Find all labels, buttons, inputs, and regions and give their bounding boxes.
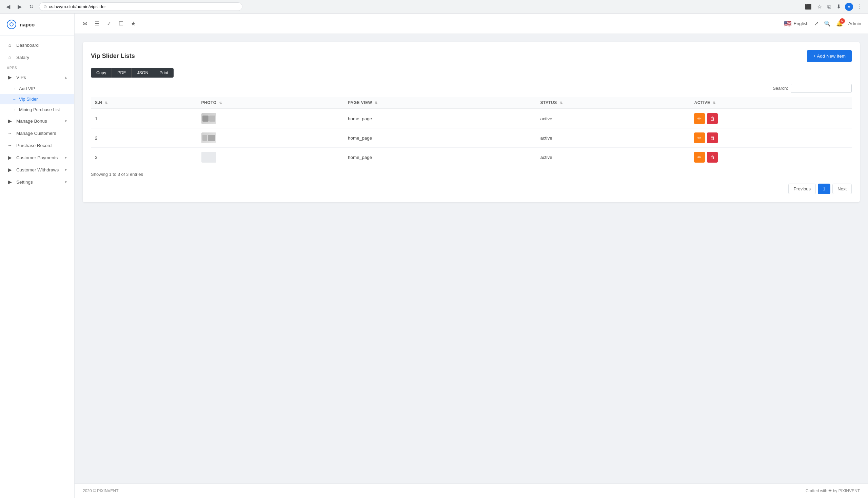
photo-sort-icon: ⇅ xyxy=(219,101,222,105)
mining-arrow-icon: → xyxy=(12,107,16,112)
card-header: Vip Slider Lists + Add New Item xyxy=(91,50,852,62)
admin-label[interactable]: Admin xyxy=(848,21,861,26)
active-label: ACTIVE xyxy=(694,100,710,105)
edit-button-1[interactable]: ✏ xyxy=(694,113,705,124)
purchase-record-arrow-icon: → xyxy=(7,143,13,148)
json-button[interactable]: JSON xyxy=(131,68,154,78)
sidebar-item-settings[interactable]: ▶ Settings ▼ xyxy=(0,176,74,188)
delete-button-3[interactable]: 🗑 xyxy=(707,152,718,162)
table-toolbar: Search: xyxy=(91,84,852,93)
sidebar-item-dashboard[interactable]: ⌂ Dashboard xyxy=(0,39,74,51)
cell-page-view-2: home_page xyxy=(344,128,536,148)
browser-toolbar-right: ⬛ ☆ ⧉ ⬇ A ⋮ xyxy=(804,2,864,11)
mail-icon[interactable]: ✉ xyxy=(81,19,89,28)
sidebar-subitem-vip-slider[interactable]: → Vip Slider xyxy=(0,94,74,104)
table-row: 3 home_page active ✏ 🗑 xyxy=(91,148,852,167)
sidebar-settings-label: Settings xyxy=(16,180,61,185)
sidebar-subitem-add-vip[interactable]: → Add VIP xyxy=(0,83,74,94)
page-view-sort-icon: ⇅ xyxy=(375,101,378,105)
next-button[interactable]: Next xyxy=(832,184,852,194)
sidebar-item-customer-withdraws[interactable]: ▶ Customer Withdraws ▼ xyxy=(0,163,74,176)
address-security-icon: ⊙ xyxy=(43,4,47,9)
col-header-page-view[interactable]: PAGE VIEW ⇅ xyxy=(344,97,536,109)
sidebar-item-customer-payments[interactable]: ▶ Customer Payments ▼ xyxy=(0,152,74,163)
search-input[interactable] xyxy=(791,84,852,93)
col-header-active[interactable]: ACTIVE ⇅ xyxy=(690,97,852,109)
vip-slider-label: Vip Slider xyxy=(19,96,38,102)
menu-icon[interactable]: ⋮ xyxy=(856,2,864,11)
forward-button[interactable]: ▶ xyxy=(16,3,24,11)
cell-active-2: ✏ 🗑 xyxy=(690,128,852,148)
address-bar[interactable]: ⊙ cs.hwym.club/admin/vipslider xyxy=(39,2,242,11)
action-buttons-1: ✏ 🗑 xyxy=(694,113,848,124)
copy-button[interactable]: Copy xyxy=(91,68,112,78)
col-header-photo[interactable]: PHOTO ⇅ xyxy=(197,97,344,109)
sidebar-salary-label: Salary xyxy=(16,55,67,60)
expand-icon[interactable]: ⤢ xyxy=(814,20,818,27)
pdf-button[interactable]: PDF xyxy=(112,68,131,78)
flag-icon: 🇺🇸 xyxy=(784,20,791,27)
search-icon[interactable]: 🔍 xyxy=(824,20,831,27)
edit-button-3[interactable]: ✏ xyxy=(694,152,705,162)
reload-button[interactable]: ↻ xyxy=(27,3,36,11)
sidebar-customer-payments-label: Customer Payments xyxy=(16,155,61,160)
footer: 2020 © PIXINVENT Crafted with ❤ by PIXIN… xyxy=(75,483,868,498)
sidebar-subitem-mining-purchase[interactable]: → Mining Purchase List xyxy=(0,104,74,115)
chat-icon[interactable]: ☰ xyxy=(93,19,101,28)
top-bar-icons: ✉ ☰ ✓ ☐ ★ xyxy=(81,19,778,28)
customer-payments-arrow-icon: ▶ xyxy=(7,155,13,160)
extensions-icon[interactable]: ⧉ xyxy=(826,2,832,11)
star-icon[interactable]: ★ xyxy=(129,19,137,28)
col-header-status[interactable]: STATUS ⇅ xyxy=(536,97,690,109)
sidebar-vips-label: VIPs xyxy=(16,75,61,80)
export-buttons: Copy PDF JSON Print xyxy=(91,68,852,78)
active-sort-icon: ⇅ xyxy=(713,101,716,105)
cell-active-3: ✏ 🗑 xyxy=(690,148,852,167)
print-button[interactable]: Print xyxy=(154,68,174,78)
cell-page-view-3: home_page xyxy=(344,148,536,167)
col-header-sn[interactable]: S.N ⇅ xyxy=(91,97,197,109)
content-area: Vip Slider Lists + Add New Item Copy PDF… xyxy=(75,34,868,483)
page-1-button[interactable]: 1 xyxy=(818,184,830,194)
cell-sn-3: 3 xyxy=(91,148,197,167)
browser-user-avatar[interactable]: A xyxy=(845,3,853,11)
cell-status-3: active xyxy=(536,148,690,167)
sidebar-item-manage-bonus[interactable]: ▶ Manage Bonus ▼ xyxy=(0,115,74,127)
entries-info: Showing 1 to 3 of 3 entries xyxy=(91,172,852,177)
customer-payments-chevron-icon: ▼ xyxy=(64,156,67,160)
sidebar-item-manage-customers[interactable]: → Manage Customers xyxy=(0,127,74,139)
vip-slider-arrow-icon: → xyxy=(12,97,16,102)
cell-status-2: active xyxy=(536,128,690,148)
page-view-label: PAGE VIEW xyxy=(348,100,372,105)
cell-active-1: ✏ 🗑 xyxy=(690,109,852,128)
sidebar-item-purchase-record[interactable]: → Purchase Record xyxy=(0,139,74,152)
bookmark-star-icon[interactable]: ☆ xyxy=(816,2,823,11)
manage-bonus-chevron-icon: ▼ xyxy=(64,119,67,123)
delete-button-2[interactable]: 🗑 xyxy=(707,132,718,143)
delete-button-1[interactable]: 🗑 xyxy=(707,113,718,124)
add-new-item-button[interactable]: + Add New Item xyxy=(807,50,852,62)
settings-chevron-icon: ▼ xyxy=(64,180,67,184)
status-sort-icon: ⇅ xyxy=(560,101,563,105)
sidebar-item-vips[interactable]: ▶ VIPs ▲ xyxy=(0,71,74,83)
sidebar-dashboard-label: Dashboard xyxy=(16,43,67,48)
prev-button[interactable]: Previous xyxy=(788,184,816,194)
language-selector[interactable]: 🇺🇸 English xyxy=(784,20,808,27)
status-label: STATUS xyxy=(540,100,557,105)
edit-button-2[interactable]: ✏ xyxy=(694,132,705,143)
sidebar-manage-bonus-label: Manage Bonus xyxy=(16,119,61,124)
cell-page-view-1: home_page xyxy=(344,109,536,128)
salary-home-icon: ⌂ xyxy=(7,54,13,60)
sidebar-item-salary[interactable]: ⌂ Salary xyxy=(0,51,74,63)
notification-bell[interactable]: 🔔 5 xyxy=(836,20,843,27)
sidebar-customer-withdraws-label: Customer Withdraws xyxy=(16,167,61,172)
back-button[interactable]: ◀ xyxy=(4,3,12,11)
check-icon[interactable]: ✓ xyxy=(105,19,113,28)
photo-label: PHOTO xyxy=(201,100,217,105)
calendar-icon[interactable]: ☐ xyxy=(117,19,125,28)
vips-chevron-icon: ▲ xyxy=(64,76,67,79)
brand-logo-inner xyxy=(10,22,14,26)
manage-customers-arrow-icon: → xyxy=(7,130,13,136)
cast-icon[interactable]: ⬛ xyxy=(804,2,813,11)
download-icon[interactable]: ⬇ xyxy=(835,2,842,11)
